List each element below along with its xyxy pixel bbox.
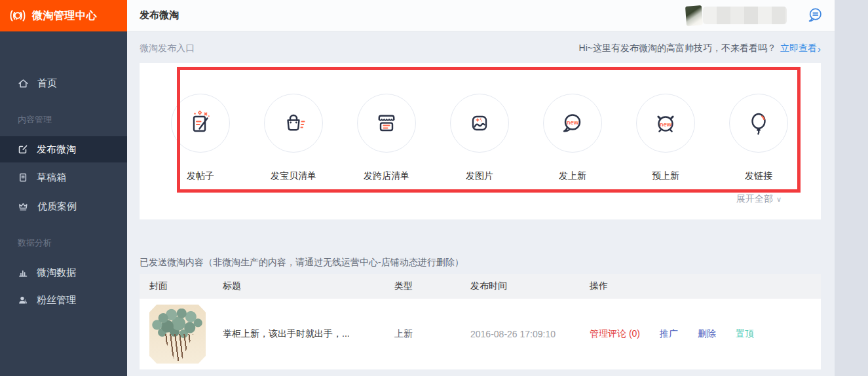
compose-icon: [18, 144, 28, 155]
sidebar-item-draft[interactable]: 草稿箱: [0, 164, 127, 191]
entry-link[interactable]: 发链接: [712, 94, 805, 182]
bar-chart-icon: [18, 267, 28, 278]
crown-icon: [18, 201, 29, 212]
entry-post[interactable]: 发帖子: [154, 94, 247, 182]
sidebar-section-content: 内容管理: [0, 115, 127, 125]
sidebar-item-fans[interactable]: 粉丝管理: [0, 287, 127, 313]
sidebar-section-data: 数据分析: [0, 238, 127, 248]
entry-product-list[interactable]: 发宝贝清单: [247, 94, 340, 182]
broadcast-icon: [9, 9, 27, 23]
sidebar: 微淘管理中心 首页 内容管理: [0, 0, 127, 376]
topbar-right: [686, 6, 823, 26]
table-row: 掌柜上新，该出手时就出手，... 上新 2016-08-26 17:09:10 …: [140, 299, 821, 369]
sidebar-item-label: 发布微淘: [37, 143, 76, 156]
cover-cell: [140, 305, 223, 364]
draft-icon: [18, 172, 28, 183]
entry-label: 发上新: [559, 170, 586, 182]
page-title: 发布微淘: [140, 9, 179, 22]
app-title: 微淘管理中心: [32, 9, 97, 23]
view-now-link[interactable]: 立即查看: [780, 43, 817, 54]
sidebar-item-label: 首页: [37, 77, 57, 90]
chat-bubble-icon[interactable]: [807, 7, 823, 24]
col-header-title: 标题: [223, 280, 394, 292]
entry-label: 发链接: [745, 170, 772, 182]
tips-text: Hi~这里有发布微淘的高富帅技巧，不来看看吗？: [579, 43, 776, 54]
col-header-cover: 封面: [140, 280, 223, 292]
sidebar-nav: 首页 内容管理 发布微淘: [0, 70, 127, 313]
promote-link[interactable]: 推广: [660, 328, 678, 340]
col-header-type: 类型: [394, 280, 470, 292]
col-header-publish-time: 发布时间: [470, 280, 590, 292]
entry-label: 预上新: [652, 170, 679, 182]
table-header-row: 封面 标题 类型 发布时间 操作: [140, 274, 821, 299]
alarm-new-icon: new: [636, 94, 695, 153]
delete-link[interactable]: 删除: [698, 328, 716, 340]
chevron-right-icon: ›: [818, 43, 821, 54]
row-publish-time: 2016-08-26 17:09:10: [470, 329, 590, 339]
row-actions: 管理评论 (0) 推广 删除 置顶: [590, 328, 821, 340]
tips-banner: Hi~这里有发布微淘的高富帅技巧，不来看看吗？ 立即查看 ›: [579, 43, 821, 54]
sidebar-item-label: 优质案例: [37, 200, 77, 213]
entry-label: 发帖子: [187, 170, 214, 182]
home-icon: [18, 78, 29, 89]
avatar: [685, 5, 703, 26]
svg-text:new: new: [660, 121, 672, 128]
sidebar-item-label: 微淘数据: [37, 267, 76, 279]
entry-image[interactable]: 发图片: [433, 94, 526, 182]
sidebar-item-label: 草稿箱: [37, 172, 66, 184]
page: 微淘管理中心 首页 内容管理: [0, 0, 835, 376]
cover-thumbnail-flowers[interactable]: [149, 305, 206, 364]
entry-label: 发跨店清单: [364, 170, 409, 182]
publish-entry-panel: 发帖子: [140, 63, 821, 219]
row-type: 上新: [394, 328, 470, 340]
user-account-blurred[interactable]: [686, 6, 787, 26]
entry-cross-shop-list[interactable]: 发跨店清单: [340, 94, 433, 182]
entry-label: 发宝贝清单: [271, 170, 316, 182]
entry-pre-arrival[interactable]: new 预上新: [619, 94, 712, 182]
window-right-gutter: [835, 0, 868, 376]
sidebar-item-label: 粉丝管理: [37, 294, 76, 307]
main-area: 发布微淘: [127, 0, 835, 376]
entry-new-arrival[interactable]: new 发上新: [526, 94, 619, 182]
section-title-sent-content: 已发送微淘内容（非微淘生产的内容，请通过无线运营中心-店铺动态进行删除）: [140, 257, 821, 269]
svg-text:new: new: [567, 119, 579, 126]
user-name-blurred: [703, 7, 787, 24]
image-icon: [450, 94, 509, 153]
row-title: 掌柜上新，该出手时就出手，...: [223, 328, 394, 340]
sidebar-item-cases[interactable]: 优质案例: [0, 193, 127, 219]
publish-entry-list: 发帖子: [140, 63, 821, 182]
new-bubble-icon: new: [543, 94, 602, 153]
flower-stems: [159, 334, 195, 361]
publish-entry-header: 微淘发布入口 Hi~这里有发布微淘的高富帅技巧，不来看看吗？ 立即查看 ›: [140, 42, 821, 55]
chevron-down-icon: ∨: [776, 195, 782, 204]
fans-icon: [18, 295, 28, 305]
pin-top-link[interactable]: 置顶: [736, 328, 754, 340]
entry-label: 发图片: [466, 170, 493, 182]
sidebar-item-stats[interactable]: 微淘数据: [0, 259, 127, 286]
sent-content-table: 封面 标题 类型 发布时间 操作 掌柜上新，该出手时就: [140, 274, 821, 369]
topbar: 发布微淘: [127, 0, 835, 31]
sidebar-item-home[interactable]: 首页: [0, 70, 127, 96]
product-list-icon: [264, 94, 323, 153]
section-title-publish-entry: 微淘发布入口: [140, 43, 195, 54]
expand-all-button[interactable]: 展开全部 ∨: [736, 193, 782, 205]
expand-all-label: 展开全部: [736, 193, 773, 205]
manage-comments-link[interactable]: 管理评论 (0): [590, 328, 640, 340]
balloon-icon: [729, 94, 788, 153]
sidebar-item-publish[interactable]: 发布微淘: [0, 136, 127, 162]
post-icon: [171, 94, 230, 153]
col-header-actions: 操作: [590, 280, 821, 292]
screen: 微淘管理中心 首页 内容管理: [0, 0, 868, 376]
cross-shop-list-icon: [357, 94, 416, 153]
app-logo[interactable]: 微淘管理中心: [0, 0, 127, 31]
content: 微淘发布入口 Hi~这里有发布微淘的高富帅技巧，不来看看吗？ 立即查看 ›: [127, 31, 835, 376]
